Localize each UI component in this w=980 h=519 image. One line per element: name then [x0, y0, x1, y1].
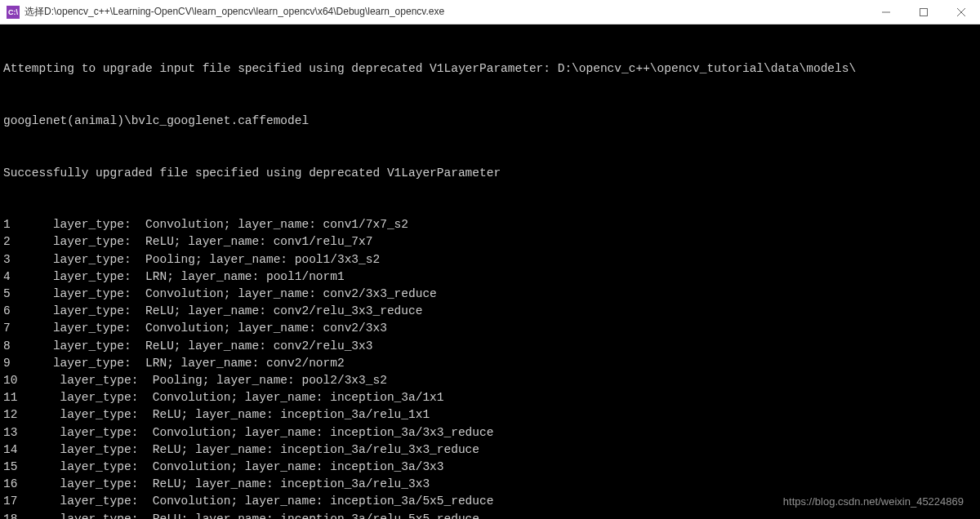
console-layer-line: 10 layer_type: Pooling; layer_name: pool… [3, 372, 977, 389]
minimize-button[interactable] [867, 0, 905, 24]
console-layer-line: 3 layer_type: Pooling; layer_name: pool1… [3, 251, 977, 268]
console-layer-line: 11 layer_type: Convolution; layer_name: … [3, 389, 977, 406]
watermark-text: https://blog.csdn.net/weixin_45224869 [783, 495, 964, 508]
console-layer-line: 18 layer_type: ReLU; layer_name: incepti… [3, 511, 977, 519]
console-layer-line: 1 layer_type: Convolution; layer_name: c… [3, 216, 977, 233]
console-layer-line: 15 layer_type: Convolution; layer_name: … [3, 459, 977, 476]
app-icon: C:\ [7, 6, 20, 19]
console-layer-line: 7 layer_type: Convolution; layer_name: c… [3, 320, 977, 337]
window-controls [867, 0, 980, 24]
window-title: 选择D:\opencv_c++\Learning-OpenCV\learn_op… [24, 5, 867, 19]
svg-rect-1 [920, 9, 928, 16]
console-layer-line: 13 layer_type: Convolution; layer_name: … [3, 424, 977, 441]
console-layer-line: 9 layer_type: LRN; layer_name: conv2/nor… [3, 355, 977, 372]
console-output[interactable]: Attempting to upgrade input file specifi… [0, 24, 980, 519]
maximize-button[interactable] [905, 0, 942, 24]
console-layer-line: 12 layer_type: ReLU; layer_name: incepti… [3, 406, 977, 424]
close-button[interactable] [942, 0, 980, 24]
console-layer-line: 8 layer_type: ReLU; layer_name: conv2/re… [3, 338, 977, 355]
console-line: Successfully upgraded file specified usi… [3, 165, 977, 182]
console-line: Attempting to upgrade input file specifi… [3, 60, 977, 78]
close-icon [957, 8, 965, 16]
console-layer-line: 16 layer_type: ReLU; layer_name: incepti… [3, 476, 977, 493]
console-layer-line: 14 layer_type: ReLU; layer_name: incepti… [3, 441, 977, 459]
console-line: googlenet(animal)\bvlc_googlenet.caffemo… [3, 113, 977, 130]
console-layer-line: 4 layer_type: LRN; layer_name: pool1/nor… [3, 268, 977, 286]
console-layer-line: 5 layer_type: Convolution; layer_name: c… [3, 286, 977, 303]
console-layer-line: 6 layer_type: ReLU; layer_name: conv2/re… [3, 303, 977, 320]
minimize-icon [882, 8, 890, 16]
console-layer-line: 2 layer_type: ReLU; layer_name: conv1/re… [3, 233, 977, 251]
maximize-icon [920, 8, 928, 16]
window-titlebar: C:\ 选择D:\opencv_c++\Learning-OpenCV\lear… [0, 0, 980, 24]
